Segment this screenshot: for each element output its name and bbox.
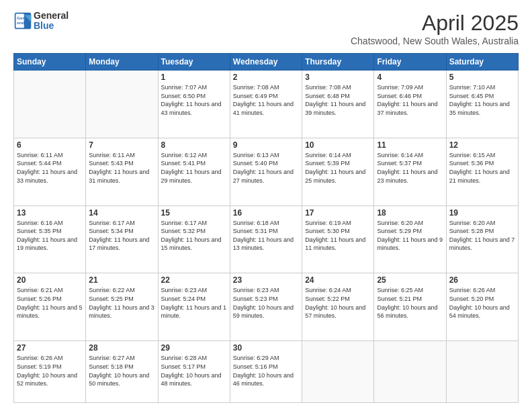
day-info: Sunrise: 6:18 AM Sunset: 5:31 PM Dayligh… <box>233 219 299 253</box>
day-info: Sunrise: 6:21 AM Sunset: 5:26 PM Dayligh… <box>17 286 83 320</box>
day-number: 8 <box>161 140 227 150</box>
calendar-cell: 17Sunrise: 6:19 AM Sunset: 5:30 PM Dayli… <box>302 205 374 273</box>
calendar-cell: 30Sunrise: 6:29 AM Sunset: 5:16 PM Dayli… <box>230 341 302 403</box>
day-number: 15 <box>161 208 227 218</box>
calendar-cell: 21Sunrise: 6:22 AM Sunset: 5:25 PM Dayli… <box>86 273 158 341</box>
day-number: 22 <box>161 275 227 285</box>
day-number: 7 <box>89 140 154 150</box>
month-title: April 2025 <box>351 11 519 36</box>
day-info: Sunrise: 6:20 AM Sunset: 5:28 PM Dayligh… <box>449 219 515 253</box>
calendar-cell: 9Sunrise: 6:13 AM Sunset: 5:40 PM Daylig… <box>230 138 302 205</box>
day-info: Sunrise: 6:17 AM Sunset: 5:32 PM Dayligh… <box>161 219 227 253</box>
day-number: 14 <box>89 208 154 218</box>
location: Chatswood, New South Wales, Australia <box>351 36 519 46</box>
day-number: 19 <box>449 208 515 218</box>
day-info: Sunrise: 6:24 AM Sunset: 5:22 PM Dayligh… <box>305 286 371 320</box>
calendar-cell: 14Sunrise: 6:17 AM Sunset: 5:34 PM Dayli… <box>86 205 158 273</box>
day-info: Sunrise: 6:14 AM Sunset: 5:37 PM Dayligh… <box>377 151 443 185</box>
day-info: Sunrise: 7:07 AM Sunset: 6:50 PM Dayligh… <box>161 83 227 117</box>
day-info: Sunrise: 6:26 AM Sunset: 5:19 PM Dayligh… <box>17 354 83 387</box>
day-number: 2 <box>233 73 299 82</box>
day-info: Sunrise: 6:20 AM Sunset: 5:29 PM Dayligh… <box>377 219 443 253</box>
calendar-cell: 25Sunrise: 6:25 AM Sunset: 5:21 PM Dayli… <box>374 273 446 341</box>
day-info: Sunrise: 6:15 AM Sunset: 5:36 PM Dayligh… <box>449 151 515 185</box>
day-number: 26 <box>449 275 515 285</box>
day-number: 27 <box>17 343 83 353</box>
day-number: 3 <box>305 73 371 82</box>
svg-text:Gen: Gen <box>17 16 25 21</box>
day-number: 10 <box>305 140 371 150</box>
calendar-cell: 23Sunrise: 6:23 AM Sunset: 5:23 PM Dayli… <box>230 273 302 341</box>
day-header-thursday: Thursday <box>302 54 374 71</box>
day-number: 9 <box>233 140 299 150</box>
day-number: 13 <box>17 208 83 218</box>
calendar-cell <box>302 341 374 403</box>
day-number: 1 <box>161 73 227 82</box>
week-row-1: 1Sunrise: 7:07 AM Sunset: 6:50 PM Daylig… <box>14 71 519 138</box>
day-number: 16 <box>233 208 299 218</box>
header: Gen eral General Blue April 2025 Chatswo… <box>13 11 519 46</box>
week-row-3: 13Sunrise: 6:16 AM Sunset: 5:35 PM Dayli… <box>14 205 519 273</box>
svg-text:eral: eral <box>17 21 24 26</box>
page: Gen eral General Blue April 2025 Chatswo… <box>0 0 532 411</box>
header-row: SundayMondayTuesdayWednesdayThursdayFrid… <box>14 54 519 71</box>
day-number: 23 <box>233 275 299 285</box>
calendar-cell <box>446 341 518 403</box>
calendar-cell: 15Sunrise: 6:17 AM Sunset: 5:32 PM Dayli… <box>158 205 230 273</box>
day-info: Sunrise: 6:11 AM Sunset: 5:43 PM Dayligh… <box>89 151 154 185</box>
title-block: April 2025 Chatswood, New South Wales, A… <box>351 11 519 46</box>
calendar-cell: 1Sunrise: 7:07 AM Sunset: 6:50 PM Daylig… <box>158 71 230 138</box>
day-info: Sunrise: 6:25 AM Sunset: 5:21 PM Dayligh… <box>377 286 443 320</box>
calendar-cell: 6Sunrise: 6:11 AM Sunset: 5:44 PM Daylig… <box>14 138 86 205</box>
calendar-cell <box>14 71 86 138</box>
calendar-cell: 2Sunrise: 7:08 AM Sunset: 6:49 PM Daylig… <box>230 71 302 138</box>
day-info: Sunrise: 7:10 AM Sunset: 6:45 PM Dayligh… <box>449 83 515 117</box>
day-number: 18 <box>377 208 443 218</box>
day-info: Sunrise: 7:08 AM Sunset: 6:48 PM Dayligh… <box>305 83 371 117</box>
logo-line1: General <box>34 11 69 21</box>
day-number: 24 <box>305 275 371 285</box>
calendar-cell: 18Sunrise: 6:20 AM Sunset: 5:29 PM Dayli… <box>374 205 446 273</box>
calendar-cell: 27Sunrise: 6:26 AM Sunset: 5:19 PM Dayli… <box>14 341 86 403</box>
day-info: Sunrise: 6:19 AM Sunset: 5:30 PM Dayligh… <box>305 219 371 253</box>
logo-icon: Gen eral <box>13 11 32 30</box>
day-header-sunday: Sunday <box>14 54 86 71</box>
calendar-cell: 11Sunrise: 6:14 AM Sunset: 5:37 PM Dayli… <box>374 138 446 205</box>
calendar-cell: 20Sunrise: 6:21 AM Sunset: 5:26 PM Dayli… <box>14 273 86 341</box>
day-info: Sunrise: 6:16 AM Sunset: 5:35 PM Dayligh… <box>17 219 83 253</box>
day-number: 11 <box>377 140 443 150</box>
week-row-5: 27Sunrise: 6:26 AM Sunset: 5:19 PM Dayli… <box>14 341 519 403</box>
day-info: Sunrise: 7:08 AM Sunset: 6:49 PM Dayligh… <box>233 83 299 117</box>
day-number: 12 <box>449 140 515 150</box>
calendar-cell: 26Sunrise: 6:26 AM Sunset: 5:20 PM Dayli… <box>446 273 518 341</box>
calendar-cell: 22Sunrise: 6:23 AM Sunset: 5:24 PM Dayli… <box>158 273 230 341</box>
day-info: Sunrise: 6:12 AM Sunset: 5:41 PM Dayligh… <box>161 151 227 185</box>
day-info: Sunrise: 6:13 AM Sunset: 5:40 PM Dayligh… <box>233 151 299 185</box>
day-number: 20 <box>17 275 83 285</box>
day-header-friday: Friday <box>374 54 446 71</box>
day-info: Sunrise: 6:26 AM Sunset: 5:20 PM Dayligh… <box>449 286 515 320</box>
calendar-cell: 19Sunrise: 6:20 AM Sunset: 5:28 PM Dayli… <box>446 205 518 273</box>
day-header-monday: Monday <box>86 54 158 71</box>
logo: Gen eral General Blue <box>13 11 69 32</box>
calendar-cell: 7Sunrise: 6:11 AM Sunset: 5:43 PM Daylig… <box>86 138 158 205</box>
day-info: Sunrise: 6:23 AM Sunset: 5:23 PM Dayligh… <box>233 286 299 320</box>
calendar-cell: 29Sunrise: 6:28 AM Sunset: 5:17 PM Dayli… <box>158 341 230 403</box>
calendar-cell <box>86 71 158 138</box>
day-info: Sunrise: 6:22 AM Sunset: 5:25 PM Dayligh… <box>89 286 154 320</box>
day-info: Sunrise: 6:29 AM Sunset: 5:16 PM Dayligh… <box>233 354 299 387</box>
day-number: 30 <box>233 343 299 353</box>
calendar-cell: 8Sunrise: 6:12 AM Sunset: 5:41 PM Daylig… <box>158 138 230 205</box>
day-header-wednesday: Wednesday <box>230 54 302 71</box>
calendar-cell: 28Sunrise: 6:27 AM Sunset: 5:18 PM Dayli… <box>86 341 158 403</box>
day-info: Sunrise: 6:14 AM Sunset: 5:39 PM Dayligh… <box>305 151 371 185</box>
day-number: 28 <box>89 343 154 353</box>
day-number: 4 <box>377 73 443 82</box>
calendar-cell: 3Sunrise: 7:08 AM Sunset: 6:48 PM Daylig… <box>302 71 374 138</box>
week-row-4: 20Sunrise: 6:21 AM Sunset: 5:26 PM Dayli… <box>14 273 519 341</box>
day-header-saturday: Saturday <box>446 54 518 71</box>
day-info: Sunrise: 6:28 AM Sunset: 5:17 PM Dayligh… <box>161 354 227 387</box>
calendar-cell: 24Sunrise: 6:24 AM Sunset: 5:22 PM Dayli… <box>302 273 374 341</box>
day-number: 5 <box>449 73 515 82</box>
calendar-cell: 12Sunrise: 6:15 AM Sunset: 5:36 PM Dayli… <box>446 138 518 205</box>
